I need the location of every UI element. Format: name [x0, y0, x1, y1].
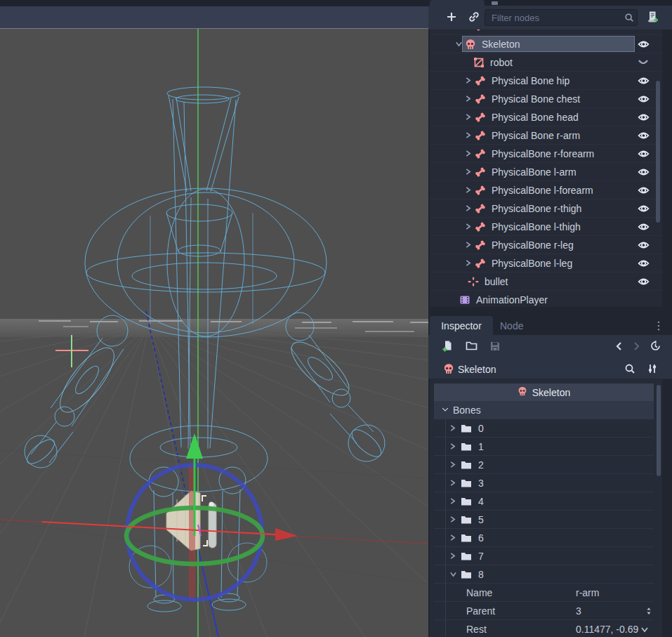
tree-item-robot[interactable]: robot [430, 53, 662, 72]
category-header[interactable]: Skeleton [434, 383, 654, 401]
scene-tree-scrollbar[interactable] [656, 81, 660, 223]
tree-item-physicalbone-l-arm[interactable]: PhysicalBone l-arm [430, 163, 662, 181]
visibility-icon[interactable] [638, 76, 650, 85]
tree-item-physicalbone-l-forearm[interactable]: PhysicalBone l-forearm [430, 181, 662, 199]
visibility-icon[interactable] [638, 94, 650, 103]
bone-folder-label: 8 [478, 569, 484, 580]
tree-item-physical-bone-head[interactable]: Physical Bone head [430, 108, 662, 126]
attach-script-button[interactable] [643, 8, 661, 27]
visibility-icon[interactable] [638, 185, 650, 195]
tree-item-physical-bone-r-arm[interactable]: Physical Bone r-arm [430, 126, 662, 145]
bone-folder-row-7[interactable]: 7 [434, 547, 654, 565]
chevron-down-icon[interactable] [455, 41, 465, 47]
visibility-icon[interactable] [638, 240, 650, 249]
chevron-right-icon[interactable] [465, 223, 475, 230]
visibility-icon[interactable] [638, 131, 650, 140]
chevron-right-icon[interactable] [449, 479, 461, 487]
visibility-icon[interactable] [638, 29, 650, 30]
inspector-menu-button[interactable]: ⋮ [652, 316, 666, 335]
history-back-button[interactable] [610, 338, 628, 356]
load-resource-button[interactable] [462, 338, 480, 356]
section-bones[interactable]: Bones [434, 401, 654, 419]
chevron-right-icon[interactable] [465, 204, 475, 212]
chevron-right-icon[interactable] [465, 168, 475, 176]
visibility-icon[interactable] [638, 277, 650, 286]
object-history-button[interactable] [646, 338, 664, 356]
tree-item-physicalbone-r-leg[interactable]: PhysicalBone r-leg [430, 236, 662, 254]
chevron-down-icon[interactable] [449, 571, 461, 577]
bone-folder-row-8[interactable]: 8 [434, 565, 654, 584]
visibility-icon[interactable] [638, 112, 650, 122]
bone-folder-row-5[interactable]: 5 [434, 511, 654, 529]
chevron-right-icon[interactable] [465, 113, 475, 121]
3d-viewport[interactable] [0, 28, 428, 637]
inspector-search-button[interactable] [621, 360, 639, 379]
bone-folder-row-3[interactable]: 3 [434, 474, 654, 492]
chevron-right-icon[interactable] [449, 552, 461, 560]
visibility-icon[interactable] [638, 39, 650, 48]
tree-item-physical-bone-hip[interactable]: Physical Bone hip [430, 72, 662, 90]
spinner-icon[interactable] [645, 606, 653, 616]
chevron-right-icon[interactable] [449, 461, 461, 468]
tree-item-physicalbone-r-forearm[interactable]: PhysicalBone r-forearm [430, 145, 662, 163]
tree-item-physicalbone-r-thigh[interactable]: PhysicalBone r-thigh [430, 199, 662, 218]
tree-item-animationplayer[interactable]: AnimationPlayer [430, 291, 662, 307]
visibility-icon[interactable] [638, 167, 650, 176]
save-resource-button[interactable] [486, 338, 504, 356]
visibility-icon[interactable] [638, 204, 650, 213]
visibility-icon[interactable] [638, 222, 650, 231]
tree-item-physical-bone-chest[interactable]: Physical Bone chest [430, 90, 662, 108]
chevron-right-icon[interactable] [465, 95, 475, 103]
chevron-down-icon[interactable] [640, 624, 649, 635]
filter-nodes-field[interactable] [485, 9, 638, 26]
tab-inspector[interactable]: Inspector [430, 316, 493, 335]
property-tools-button[interactable] [643, 360, 661, 379]
bone-folder-row-0[interactable]: 0 [434, 419, 654, 438]
property-value[interactable]: 0.11477, -0.69 [576, 624, 649, 635]
bone-icon [475, 93, 487, 105]
tree-item-bullet[interactable]: bullet [430, 272, 662, 291]
open-curve-icon[interactable] [638, 58, 649, 67]
property-value-text[interactable]: r-arm [576, 587, 599, 598]
tab-node[interactable]: Node [500, 316, 523, 335]
instance-scene-button[interactable] [465, 8, 483, 27]
visibility-icon[interactable] [638, 149, 650, 158]
bone-folder-label: 7 [478, 551, 484, 562]
chevron-right-icon[interactable] [465, 259, 475, 267]
new-resource-button[interactable] [438, 338, 456, 356]
tree-item-physicalbone-l-thigh[interactable]: PhysicalBone l-thigh [430, 218, 662, 236]
chevron-right-icon[interactable] [449, 534, 461, 541]
bone-folder-row-2[interactable]: 2 [434, 456, 654, 474]
chevron-right-icon[interactable] [465, 241, 475, 249]
property-value[interactable]: 3 [576, 605, 581, 617]
property-value-text[interactable]: 3 [576, 605, 581, 617]
inspector-scrollbar[interactable] [657, 385, 661, 476]
inspector-content[interactable]: Skeleton Bones 012345678 Namer-armParent… [430, 379, 662, 637]
add-node-button[interactable] [442, 8, 461, 27]
visibility-icon[interactable] [638, 258, 650, 268]
property-value[interactable]: r-arm [576, 587, 599, 598]
bone-folder-row-6[interactable]: 6 [434, 529, 654, 547]
chevron-right-icon[interactable] [449, 515, 461, 523]
property-value-text[interactable]: 0.11477, -0.69 [576, 624, 638, 635]
chevron-right-icon[interactable] [449, 497, 461, 505]
chevron-right-icon [633, 341, 640, 353]
save-icon [489, 341, 501, 354]
tree-item-label: PhysicalBone r-thigh [492, 203, 581, 214]
history-forward-button[interactable] [627, 338, 645, 356]
tab-inspector-label: Inspector [441, 320, 482, 331]
filter-nodes-input[interactable] [485, 13, 621, 23]
chevron-right-icon[interactable] [465, 186, 475, 194]
chevron-right-icon[interactable] [449, 424, 461, 432]
scene-tree-panel[interactable]: SkeletonrobotPhysical Bone hipPhysical B… [430, 29, 662, 307]
bone-folder-row-4[interactable]: 4 [434, 492, 654, 511]
chevron-right-icon[interactable] [465, 150, 475, 157]
skeleton-icon [465, 39, 477, 50]
chevron-right-icon[interactable] [449, 442, 461, 450]
chevron-right-icon[interactable] [465, 131, 475, 139]
chevron-right-icon[interactable] [465, 77, 475, 84]
folder-icon [461, 497, 472, 506]
tree-item-physicalbone-l-leg[interactable]: PhysicalBone l-leg [430, 254, 662, 272]
tree-item-skeleton[interactable]: Skeleton [430, 35, 662, 53]
bone-folder-row-1[interactable]: 1 [434, 438, 654, 456]
